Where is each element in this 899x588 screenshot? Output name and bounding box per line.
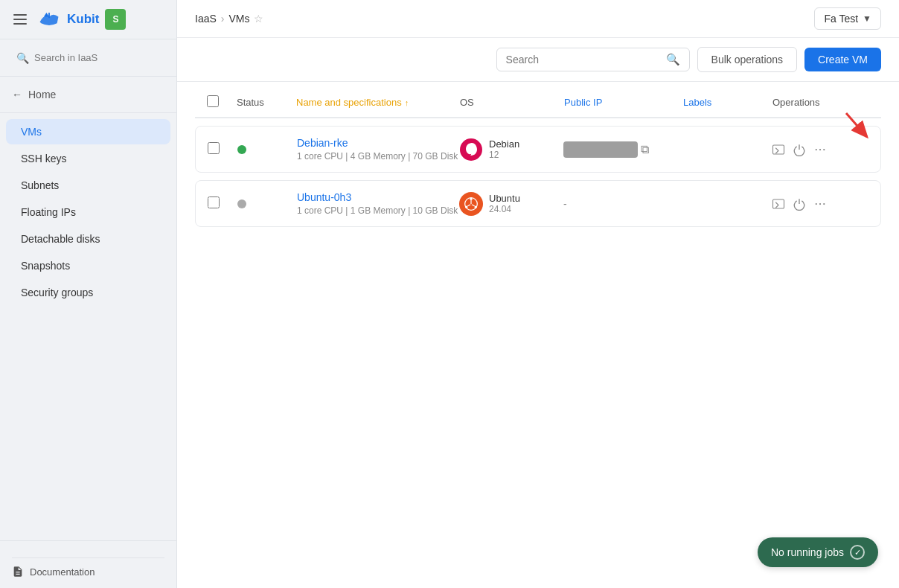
vm1-console-button[interactable] [772,143,785,156]
sidebar-bottom: Documentation [0,540,176,588]
row1-checkbox[interactable] [208,142,220,154]
home-arrow-icon: ← [12,89,22,100]
svg-point-7 [823,148,825,150]
vm1-copy-ip-button[interactable]: ⧉ [641,143,649,156]
row1-status [237,145,297,154]
row1-name-specs: Debian-rke 1 core CPU | 4 GB Memory | 70… [297,137,459,162]
svg-point-16 [816,202,817,204]
vm-table-container: Status Name and specifications OS Public… [177,82,899,588]
svg-point-11 [475,205,477,208]
sidebar-item-floating-ips[interactable]: Floating IPs [6,199,170,225]
chevron-down-icon: ▼ [863,13,871,24]
name-col-header[interactable]: Name and specifications [296,97,460,108]
breadcrumb-vms[interactable]: VMs [228,13,249,25]
sidebar-search-area: 🔍 [0,39,176,77]
status-col-header: Status [237,97,296,108]
create-vm-button[interactable]: Create VM [804,48,881,71]
status-indicator-green [237,145,246,154]
sidebar-item-detachable-disks-label: Detachable disks [21,233,100,245]
no-jobs-label: No running jobs [771,546,844,558]
sidebar-divider-2 [12,557,164,558]
svg-point-17 [819,202,821,204]
documentation-label: Documentation [30,566,95,578]
row1-os: Debian 12 [459,138,563,162]
secondary-brand-icon: S [105,9,126,30]
project-selector[interactable]: Fa Test ▼ [814,7,881,30]
vm1-os-name: Debian [489,138,519,150]
console-icon [772,143,785,156]
kubit-logo [37,7,61,31]
os-col-header: OS [460,97,564,108]
operations-col-header: Operations [772,97,869,108]
vm1-os-version: 12 [489,150,519,160]
sidebar-item-subnets[interactable]: Subnets [6,173,170,198]
row1-operations [772,143,868,156]
vm1-power-button[interactable] [793,143,806,156]
table-row: Ubuntu-0h3 1 core CPU | 1 GB Memory | 10… [195,180,881,227]
sidebar-item-ssh-keys-label: SSH keys [21,153,66,164]
vm1-more-button[interactable] [813,143,827,156]
vm2-os-info: Ubuntu 24.04 [489,193,520,214]
select-all-col [207,95,237,109]
row2-os: Ubuntu 24.04 [459,192,563,216]
row2-status [237,199,297,208]
hamburger-menu[interactable] [10,11,30,28]
power-icon [793,197,806,211]
public-ip-col-header[interactable]: Public IP [564,97,683,108]
select-all-checkbox[interactable] [207,95,219,107]
sidebar-item-snapshots[interactable]: Snapshots [6,253,170,278]
vm2-console-button[interactable] [772,197,785,211]
sidebar-search-input[interactable] [10,47,166,68]
vm-search-box[interactable]: 🔍 [496,48,690,71]
labels-col-header[interactable]: Labels [683,97,772,108]
nav-home[interactable]: ← Home [0,83,176,106]
more-icon [813,197,827,211]
row2-ip: - [563,198,682,210]
vm2-os-name: Ubuntu [489,193,520,204]
breadcrumb-separator: › [221,13,225,25]
row2-operations [772,197,868,211]
sidebar-item-ssh-keys[interactable]: SSH keys [6,146,170,171]
bulk-operations-button[interactable]: Bulk operations [697,47,798,72]
sidebar-item-vms[interactable]: VMs [6,119,170,144]
home-label: Home [28,89,56,100]
row1-ip: ⧉ [563,141,682,158]
table-header: Status Name and specifications OS Public… [195,88,881,118]
vm1-specs: 1 core CPU | 4 GB Memory | 70 GB Disk [297,151,459,162]
vm2-more-button[interactable] [813,197,827,211]
sidebar-item-security-groups[interactable]: Security groups [6,280,170,305]
svg-rect-4 [773,145,784,154]
vm-search-icon: 🔍 [666,53,680,66]
no-running-jobs-badge[interactable]: No running jobs ✓ [758,537,878,567]
vm1-name[interactable]: Debian-rke [297,137,459,149]
power-icon [793,143,806,156]
sidebar-divider-1 [0,112,176,113]
svg-line-13 [467,204,470,205]
brand: Kubit S [37,7,126,31]
vm1-ip-badge [563,141,638,158]
sidebar-item-snapshots-label: Snapshots [21,260,70,272]
sidebar-nav: ← Home VMs SSH keys Subnets Floating IPs… [0,77,176,540]
favorite-star-icon[interactable]: ☆ [254,13,263,25]
row1-checkbox-col [208,142,237,157]
vm2-ip-dash: - [563,198,567,210]
table-row: Debian-rke 1 core CPU | 4 GB Memory | 70… [195,126,881,173]
project-name: Fa Test [824,13,858,25]
row2-name-specs: Ubuntu-0h3 1 core CPU | 1 GB Memory | 10… [297,191,459,216]
vm2-specs: 1 core CPU | 1 GB Memory | 10 GB Disk [297,205,459,216]
breadcrumb: IaaS › VMs ☆ [195,13,263,25]
sidebar-item-vms-label: VMs [21,126,42,138]
sidebar: Kubit S 🔍 ← Home VMs SSH keys Subnets Fl… [0,0,177,588]
main-content: IaaS › VMs ☆ Fa Test ▼ 🔍 Bulk operations… [177,0,899,588]
vm2-name[interactable]: Ubuntu-0h3 [297,191,459,203]
vm2-power-button[interactable] [793,197,806,211]
vm1-os-info: Debian 12 [489,138,519,160]
svg-point-5 [816,148,817,150]
vm-search-input[interactable] [506,54,660,65]
vm2-os-version: 24.04 [489,204,520,214]
documentation-link[interactable]: Documentation [12,566,164,578]
sidebar-item-detachable-disks[interactable]: Detachable disks [6,226,170,252]
row2-checkbox[interactable] [208,196,220,208]
breadcrumb-iaas[interactable]: IaaS [195,13,217,25]
svg-point-10 [465,205,467,208]
